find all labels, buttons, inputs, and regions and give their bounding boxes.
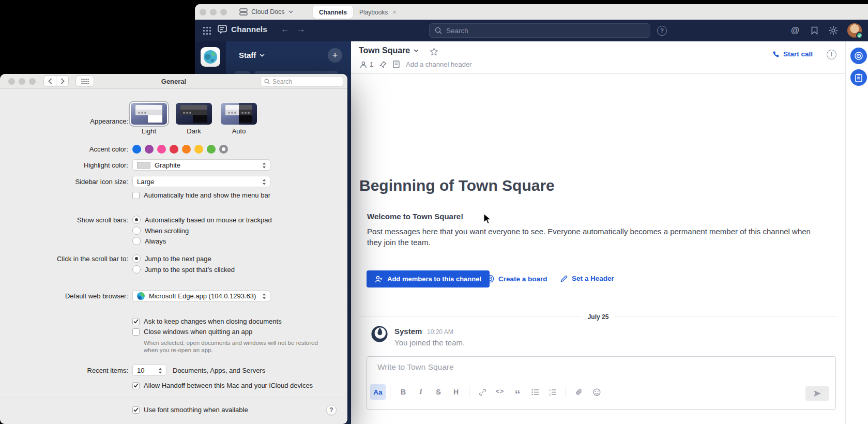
bold-icon[interactable]: B (394, 384, 412, 400)
playbooks-app-icon[interactable] (850, 69, 867, 86)
scrollbars-option-scrolling[interactable]: When scrolling (132, 226, 189, 235)
history-forward-icon[interactable]: → (297, 24, 306, 35)
hide-menubar-checkbox[interactable]: Automatically hide and show the menu bar (132, 191, 270, 199)
zoom-button[interactable] (29, 78, 36, 85)
avatar[interactable] (847, 23, 862, 38)
saved-posts-icon[interactable] (811, 26, 818, 37)
channel-name-menu[interactable]: Town Square (359, 46, 419, 55)
message-timestamp[interactable]: 10:20 AM (427, 328, 453, 336)
prefs-search-field[interactable] (261, 76, 343, 87)
accent-color-blue[interactable] (132, 145, 141, 154)
accent-color-red[interactable] (170, 145, 178, 154)
apps-grid-icon[interactable] (203, 26, 211, 37)
font-smoothing-checkbox[interactable]: Use font smoothing when available (132, 406, 248, 414)
scrollbar-click-next-page[interactable]: Jump to the next page (132, 254, 211, 263)
show-all-grid-icon[interactable] (75, 75, 94, 87)
code-icon[interactable]: <> (491, 384, 509, 400)
date-divider[interactable]: July 25 (351, 312, 845, 321)
person-plus-icon (375, 276, 383, 283)
boards-app-icon[interactable] (850, 48, 867, 64)
send-button[interactable] (805, 386, 829, 401)
add-channel-header-button[interactable]: Add a channel header (406, 60, 471, 68)
highlight-color-select[interactable]: Graphite (132, 159, 270, 171)
checkbox-checked[interactable] (132, 382, 140, 389)
close-button[interactable] (200, 9, 206, 16)
numbered-list-icon[interactable]: 12 (544, 384, 561, 400)
radio-unselected[interactable] (132, 265, 141, 274)
checkbox-checked[interactable] (132, 318, 140, 325)
add-members-button[interactable]: Add members to this channel (367, 270, 490, 287)
checkbox-unchecked[interactable] (132, 328, 140, 336)
radio-label: Jump to the next page (145, 255, 211, 263)
recent-items-select[interactable]: 10 (132, 365, 166, 376)
accent-color-pink[interactable] (157, 145, 166, 154)
heading-icon[interactable]: H (447, 384, 465, 400)
radio-unselected[interactable] (132, 226, 141, 235)
radio-selected[interactable] (132, 216, 141, 224)
favorite-star-icon[interactable] (430, 48, 438, 58)
global-search[interactable] (429, 23, 650, 38)
strikethrough-icon[interactable]: S (430, 384, 447, 400)
radio-unselected[interactable] (132, 237, 141, 245)
appearance-dark-thumb[interactable] (176, 103, 212, 125)
team-menu[interactable]: Staff (239, 51, 265, 59)
team-icon[interactable] (201, 47, 220, 67)
back-button[interactable] (43, 75, 56, 87)
appearance-auto-thumb[interactable] (221, 103, 257, 125)
link-icon[interactable] (474, 384, 491, 400)
appearance-option-light: Light (131, 127, 167, 135)
accent-color-graphite-selected[interactable] (219, 145, 228, 154)
checkbox-unchecked[interactable] (132, 192, 140, 199)
appearance-light-thumb[interactable] (131, 103, 167, 125)
close-tab-icon[interactable]: × (392, 9, 396, 16)
forward-button[interactable] (56, 75, 69, 87)
at-mention-icon[interactable]: @ (791, 25, 799, 35)
pin-icon[interactable] (379, 61, 387, 68)
ask-keep-changes-checkbox[interactable]: Ask to keep changes when closing documen… (132, 317, 282, 325)
scrollbar-click-spot[interactable]: Jump to the spot that’s clicked (132, 265, 235, 274)
product-switcher[interactable]: Channels (218, 25, 267, 34)
accent-color-green[interactable] (207, 145, 216, 154)
create-board-link[interactable]: Create a board (486, 275, 547, 283)
default-browser-select[interactable]: Microsoft Edge.app (104.0.1293.63) (132, 290, 270, 301)
default-browser-label: Default web browser: (0, 292, 128, 300)
attach-file-icon[interactable] (570, 384, 588, 400)
handoff-checkbox[interactable]: Allow Handoff between this Mac and your … (132, 382, 313, 389)
settings-gear-icon[interactable] (829, 26, 838, 37)
minimize-button[interactable] (19, 78, 25, 85)
help-button[interactable]: ? (326, 405, 337, 415)
quote-icon[interactable]: “ (509, 384, 526, 400)
channel-file-icon[interactable] (393, 60, 400, 68)
prefs-search-input[interactable] (272, 78, 334, 85)
close-windows-checkbox[interactable]: Close windows when quitting an app (132, 328, 252, 336)
scrollbars-option-auto[interactable]: Automatically based on mouse or trackpad (132, 216, 272, 224)
history-back-icon[interactable]: ← (281, 24, 290, 35)
accent-color-orange[interactable] (182, 145, 191, 154)
channel-info-icon[interactable]: i (827, 50, 836, 59)
radio-selected[interactable] (132, 254, 141, 263)
member-count[interactable]: 1 (370, 60, 373, 68)
close-button[interactable] (8, 78, 15, 85)
message-input[interactable] (377, 362, 817, 372)
help-icon[interactable]: ? (657, 26, 667, 36)
set-header-link[interactable]: Set a Header (560, 275, 614, 282)
accent-color-purple[interactable] (145, 145, 154, 154)
message-author[interactable]: System (394, 327, 422, 336)
search-input[interactable] (446, 27, 632, 35)
minimize-button[interactable] (210, 9, 217, 16)
tab-playbooks[interactable]: Playbooks × (359, 6, 396, 19)
text-format-toggle[interactable]: Aa (370, 384, 386, 400)
checkbox-checked[interactable] (132, 406, 140, 414)
bullet-list-icon[interactable] (526, 384, 544, 400)
accent-color-yellow[interactable] (194, 145, 203, 154)
members-icon[interactable] (360, 61, 367, 68)
zoom-button[interactable] (220, 9, 227, 16)
italic-icon[interactable]: I (412, 384, 430, 400)
sidebar-icon-size-select[interactable]: Large (132, 176, 270, 187)
add-channel-button[interactable]: + (328, 48, 342, 63)
start-call-button[interactable]: Start call (772, 50, 813, 58)
tab-channels[interactable]: Channels (313, 6, 353, 19)
server-menu[interactable]: Cloud Docs (239, 7, 293, 17)
emoji-icon[interactable] (588, 384, 605, 400)
scrollbars-option-always[interactable]: Always (132, 237, 166, 245)
